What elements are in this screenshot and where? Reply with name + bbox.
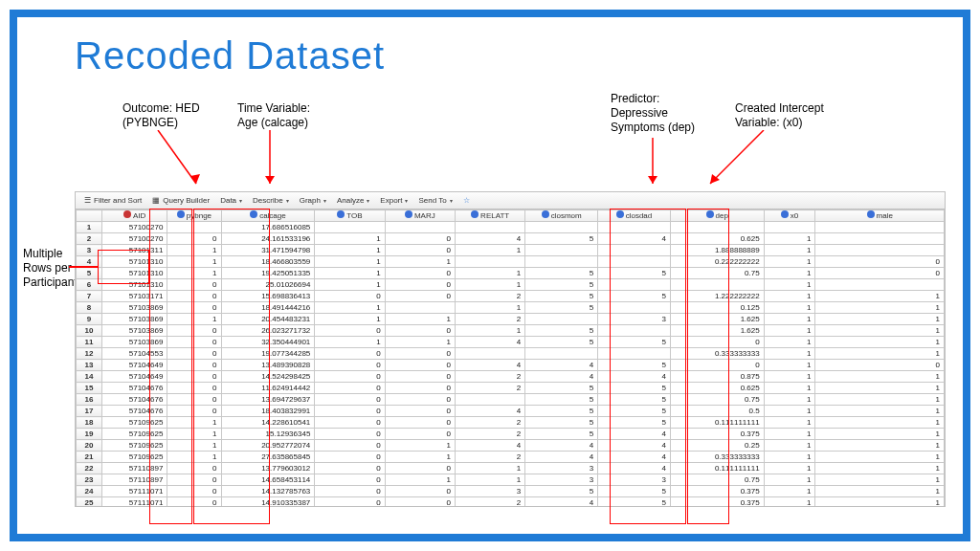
table-row[interactable]: 457101310118.466803559110.22222222210 [77,256,945,268]
table-row[interactable]: 1257104553019.077344285000.33333333311 [77,348,945,360]
table-row[interactable]: 257100270024.161533196104540.6251 [77,233,945,245]
slide-frame: Recoded Dataset Outcome: HED (PYBNGE) Ti… [10,10,970,541]
col-x0[interactable]: x0 [764,210,815,222]
table-row[interactable]: 1357104649013.48939082800445010 [77,360,945,371]
table-row[interactable]: 1657104676013.69472963700550.7511 [77,394,945,406]
tb-export[interactable]: Export▾ [375,193,412,209]
tb-query[interactable]: ▦Query Builder [147,193,214,209]
table-row[interactable]: 1057103869026.02327173200151.62511 [77,325,945,337]
col-calcage[interactable]: calcage [221,210,315,222]
chevron-down-icon: ▾ [286,197,289,204]
col-pybnge[interactable]: pybnge [167,210,221,222]
col-RELATT[interactable]: RELATT [455,210,524,222]
tb-star[interactable]: ☆ [458,193,475,209]
svg-marker-3 [265,176,275,184]
numeric-icon [542,210,549,218]
data-table: ☰Filter and Sort ▦Query Builder Data▾ De… [75,191,946,507]
table-row[interactable]: 957103869120.45448323111231.62511 [77,314,945,325]
svg-line-6 [710,130,764,184]
numeric-icon [616,210,624,218]
tb-filter[interactable]: ☰Filter and Sort [79,193,146,209]
table-row[interactable]: 2457111071014.132785763003550.37511 [77,486,945,497]
col-dep[interactable]: dep [670,210,764,222]
tb-analyze[interactable]: Analyze▾ [332,193,374,209]
arrow-predictor [647,138,666,191]
table-row[interactable]: 557101310119.425051335101550.7510 [77,268,945,279]
arrow-intercept [704,130,771,191]
numeric-icon [781,210,789,218]
chevron-down-icon: ▾ [405,197,408,204]
arrow-outcome [156,130,204,191]
table-row[interactable]: 2257110897013.779603012001340.1111111111… [77,463,945,474]
table-row[interactable]: 2357110897014.658453114011330.7511 [77,474,945,486]
query-icon: ▦ [152,196,160,205]
label-predictor: Predictor: Depressive Symptoms (dep) [611,92,695,135]
chevron-down-icon: ▾ [239,197,242,204]
table-row[interactable]: 857103869018.4914442161150.12511 [77,302,945,314]
chevron-down-icon: ▾ [450,197,453,204]
tb-send[interactable]: Send To▾ [413,193,457,209]
numeric-icon [405,210,412,218]
page-title: Recoded Dataset [75,34,385,77]
numeric-icon [250,210,257,218]
numeric-icon [177,210,185,218]
star-icon: ☆ [463,196,470,205]
table-row[interactable]: 2557111071014.910335387002450.37511 [77,497,945,507]
numeric-icon [337,210,345,218]
grid: AIDpybngecalcageTOBMARJRELATTclosmomclos… [76,209,945,506]
col-closmom[interactable]: closmom [525,210,598,222]
col-AID[interactable]: AID [101,210,167,222]
svg-marker-5 [648,176,657,184]
tb-graph[interactable]: Graph▾ [295,193,331,209]
label-intercept: Created Intercept Variable: (x0) [735,101,824,130]
label-outcome: Outcome: HED (PYBNGE) [122,101,200,130]
table-row[interactable]: 1557104676011.624914442002550.62511 [77,383,945,394]
arrow-time [264,130,283,191]
tb-data[interactable]: Data▾ [215,193,247,209]
svg-marker-1 [190,174,200,184]
text-icon [123,210,131,218]
label-side: Multiple Rows per Participant [23,247,78,290]
table-row[interactable]: 1157103869032.35044490111455011 [77,337,945,348]
spreadsheet[interactable]: AIDpybngecalcageTOBMARJRELATTclosmomclos… [76,209,945,506]
numeric-icon [471,210,479,218]
numeric-icon [867,210,875,218]
numeric-icon [706,210,714,218]
toolbar: ☰Filter and Sort ▦Query Builder Data▾ De… [76,192,945,209]
table-row[interactable]: 1957109625115.12936345002540.37511 [77,429,945,440]
table-row[interactable]: 2157109625127.635865845012440.3333333331… [77,452,945,463]
col-TOB[interactable]: TOB [315,210,385,222]
col-MARJ[interactable]: MARJ [385,210,455,222]
connector-side [69,266,98,268]
table-row[interactable]: 1757104676018.403832991004550.511 [77,406,945,417]
table-row[interactable]: 1857109625114.228610541002550.1111111111… [77,417,945,429]
table-row[interactable]: 2057109625120.952772074014440.2511 [77,440,945,452]
filter-icon: ☰ [84,196,91,205]
chevron-down-icon: ▾ [323,197,326,204]
tb-describe[interactable]: Describe▾ [248,193,294,209]
col-male[interactable]: male [815,210,945,222]
svg-line-0 [158,130,196,184]
table-row[interactable]: 15710027017.686516085 [77,222,945,233]
table-row[interactable]: 1457104649014.524298425002440.87511 [77,371,945,383]
table-row[interactable]: 757103171015.698836413002551.22222222211 [77,291,945,302]
table-row[interactable]: 357101311131.4715947981011.8888888891 [77,245,945,256]
col-closdad[interactable]: closdad [598,210,671,222]
svg-marker-7 [710,174,720,184]
chevron-down-icon: ▾ [367,197,369,204]
label-time: Time Variable: Age (calcage) [237,101,310,130]
table-row[interactable]: 657101310025.0102669410151 [77,279,945,291]
